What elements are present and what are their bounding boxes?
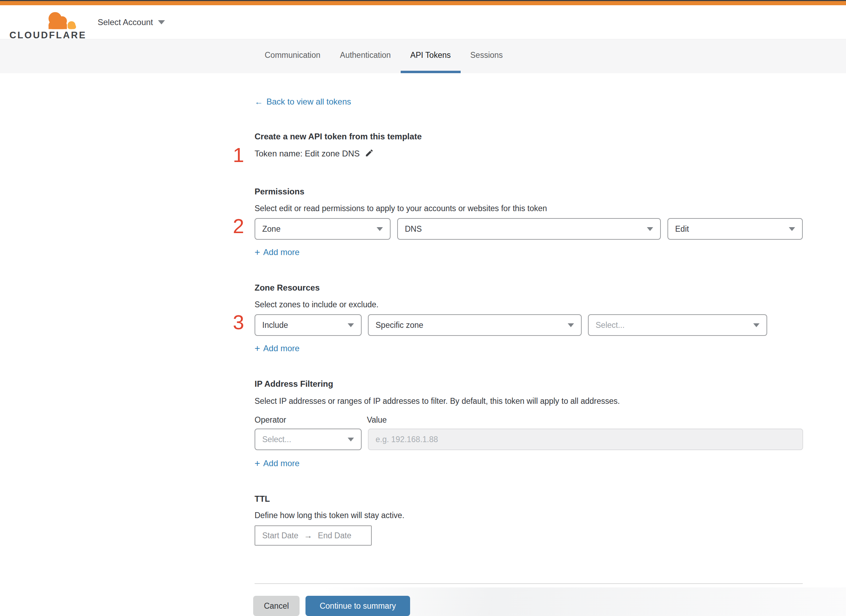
permissions-description: Select edit or read permissions to apply… [255, 204, 547, 213]
tab-authentication[interactable]: Authentication [330, 40, 401, 73]
operator-label: Operator [255, 415, 286, 425]
chevron-down-icon [348, 323, 354, 327]
permissions-row: Zone DNS Edit [255, 218, 803, 240]
chevron-down-icon [789, 227, 795, 231]
account-selector[interactable]: Select Account [98, 5, 165, 40]
zone-resources-row: Include Specific zone Select... [255, 314, 767, 336]
permission-level-select[interactable]: Edit [668, 218, 803, 240]
zone-resources-add-more-link[interactable]: + Add more [255, 343, 300, 353]
chevron-down-icon [158, 20, 165, 24]
permissions-add-more-label: Add more [263, 247, 300, 257]
ttl-start-date-placeholder: Start Date [262, 531, 299, 540]
section-tabbar: Communication Authentication API Tokens … [0, 40, 846, 73]
zone-resources-title: Zone Resources [255, 283, 320, 293]
ttl-title: TTL [255, 494, 270, 504]
zone-resources-add-more-label: Add more [263, 343, 300, 353]
ip-value-input[interactable] [368, 428, 803, 450]
permission-scope-value: Zone [262, 224, 280, 234]
chevron-down-icon [348, 438, 354, 441]
continue-to-summary-button[interactable]: Continue to summary [306, 596, 410, 616]
ttl-date-range-picker[interactable]: Start Date → End Date [255, 525, 372, 546]
back-arrow-icon: ← [255, 97, 263, 107]
value-label: Value [367, 415, 387, 425]
zone-picker-select[interactable]: Select... [588, 314, 767, 336]
operator-select[interactable]: Select... [255, 428, 362, 450]
token-name-text: Token name: Edit zone DNS [255, 149, 360, 158]
page: CLOUDFLARE Select Account Communication … [0, 0, 846, 616]
tab-communication[interactable]: Communication [255, 40, 330, 73]
zone-include-value: Include [262, 321, 288, 330]
plus-icon: + [255, 344, 260, 353]
ip-filtering-add-more-label: Add more [263, 459, 300, 468]
ip-filtering-row: Select... [255, 428, 803, 450]
cloudflare-cloud-icon [43, 10, 79, 32]
edit-token-name-icon[interactable] [365, 148, 374, 160]
create-token-title: Create a new API token from this templat… [255, 132, 422, 141]
brand-accent-bar [0, 1, 846, 5]
step-number-2: 2 [222, 215, 244, 237]
chevron-down-icon [647, 227, 653, 231]
zone-picker-placeholder: Select... [596, 321, 625, 330]
footer-divider [255, 583, 803, 584]
tab-api-tokens[interactable]: API Tokens [401, 40, 461, 73]
ttl-description: Define how long this token will stay act… [255, 511, 405, 520]
footer-gradient [0, 587, 846, 616]
chevron-down-icon [377, 227, 383, 231]
back-to-tokens-link[interactable]: ← Back to view all tokens [255, 97, 351, 107]
zone-type-select[interactable]: Specific zone [368, 314, 582, 336]
ip-filtering-add-more-link[interactable]: + Add more [255, 459, 300, 468]
ip-filtering-description: Select IP addresses or ranges of IP addr… [255, 396, 620, 406]
permissions-title: Permissions [255, 187, 305, 197]
cancel-button[interactable]: Cancel [253, 596, 300, 616]
back-link-label: Back to view all tokens [266, 97, 351, 107]
zone-type-value: Specific zone [375, 321, 423, 330]
plus-icon: + [255, 248, 260, 257]
zone-include-select[interactable]: Include [255, 314, 362, 336]
arrow-right-icon: → [304, 531, 312, 540]
tab-sessions[interactable]: Sessions [461, 40, 513, 73]
operator-placeholder: Select... [262, 435, 291, 444]
token-name-line: Token name: Edit zone DNS [255, 148, 374, 160]
permissions-add-more-link[interactable]: + Add more [255, 247, 300, 257]
permission-scope-select[interactable]: Zone [255, 218, 391, 240]
account-selector-label: Select Account [98, 18, 153, 27]
ip-filtering-title: IP Address Filtering [255, 379, 333, 389]
step-number-1: 1 [222, 144, 244, 166]
permission-group-select[interactable]: DNS [397, 218, 661, 240]
plus-icon: + [255, 459, 260, 468]
chevron-down-icon [753, 323, 759, 327]
step-number-3: 3 [222, 311, 244, 333]
zone-resources-description: Select zones to include or exclude. [255, 300, 378, 309]
ttl-end-date-placeholder: End Date [318, 531, 352, 540]
cloudflare-logo: CLOUDFLARE [9, 8, 79, 41]
permission-group-value: DNS [405, 224, 422, 234]
permission-level-value: Edit [675, 224, 689, 234]
app-header: CLOUDFLARE Select Account [0, 5, 846, 40]
chevron-down-icon [568, 323, 574, 327]
